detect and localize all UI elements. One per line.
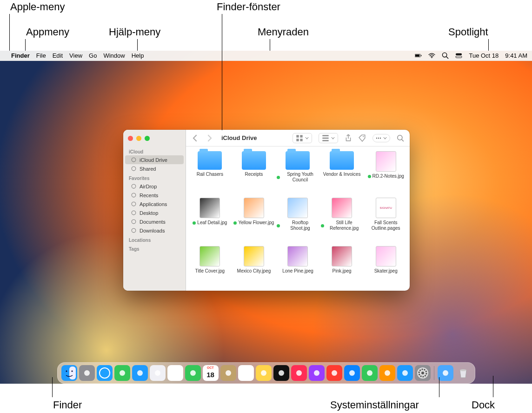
app-icon — [346, 366, 359, 380]
dock-app-mail[interactable] — [132, 365, 148, 381]
search-icon[interactable] — [397, 134, 404, 142]
file-item[interactable]: Leaf Detail.jpg — [189, 198, 231, 243]
app-icon — [169, 366, 182, 380]
svg-rect-18 — [296, 139, 299, 141]
dock-app-keynote[interactable] — [344, 365, 360, 381]
svg-point-54 — [279, 370, 284, 376]
tag-dot-icon — [277, 176, 280, 179]
file-item[interactable]: Mexico City.jpeg — [233, 246, 275, 286]
sidebar-item-label: Desktop — [140, 210, 158, 216]
file-item[interactable]: Rail Chasers — [189, 151, 231, 195]
menubar-date[interactable]: Tue Oct 18 — [469, 52, 499, 59]
dock-app-downloads[interactable] — [438, 365, 453, 381]
sidebar-item-recents[interactable]: Recents — [125, 191, 184, 200]
annot-finder-window: Finder-fönster — [216, 1, 281, 13]
svg-point-71 — [421, 372, 424, 374]
svg-point-8 — [132, 158, 136, 162]
file-item[interactable]: Spring Youth Council — [277, 151, 319, 195]
dock-app-reminders[interactable] — [238, 365, 254, 381]
menu-file[interactable]: File — [36, 52, 46, 59]
share-icon[interactable] — [345, 134, 352, 142]
dock-app-news[interactable] — [326, 365, 342, 381]
sidebar-item-airdrop[interactable]: AirDrop — [125, 182, 184, 191]
annot-spotlight: Spotlight — [447, 26, 489, 38]
svg-line-28 — [402, 139, 404, 141]
app-icon — [328, 366, 341, 380]
dock-app-podcasts[interactable] — [309, 365, 325, 381]
svg-point-23 — [363, 136, 364, 137]
svg-point-15 — [132, 228, 136, 233]
sidebar-item-shared[interactable]: Shared — [125, 164, 184, 173]
app-menu[interactable]: Finder — [11, 52, 30, 59]
window-minimize-button[interactable] — [136, 136, 141, 141]
sidebar-item-applications[interactable]: Applications — [125, 200, 184, 208]
sidebar-item-downloads[interactable]: Downloads — [125, 226, 184, 235]
dock-app-notes[interactable] — [256, 365, 272, 381]
app-icon — [399, 366, 412, 380]
svg-rect-19 — [300, 139, 302, 141]
svg-rect-2 — [421, 55, 422, 56]
dock-app-facetime[interactable] — [185, 365, 201, 381]
window-close-button[interactable] — [128, 136, 133, 141]
app-icon — [275, 366, 288, 380]
documents-icon — [131, 219, 137, 225]
control-center-icon[interactable] — [455, 52, 462, 59]
sidebar-heading: Favorites — [123, 173, 186, 182]
file-item[interactable]: Vendor & Invoices — [321, 151, 363, 195]
dock-app-system-settings[interactable] — [415, 365, 431, 381]
dock-app-pages[interactable] — [379, 365, 395, 381]
sidebar-item-icloud-drive[interactable]: iCloud Drive — [125, 155, 184, 164]
file-item[interactable]: Lone Pine.jpeg — [277, 246, 319, 286]
file-item[interactable]: Yellow Flower.jpg — [233, 198, 275, 243]
cloud-icon — [131, 157, 137, 163]
sidebar-item-documents[interactable]: Documents — [125, 217, 184, 226]
svg-point-62 — [349, 370, 355, 376]
dock-app-app-store[interactable] — [397, 365, 413, 381]
file-item[interactable]: Skater.jpeg — [365, 246, 407, 286]
annot-finder-dock: Finder — [52, 399, 83, 411]
app-icon — [116, 366, 129, 380]
dock-app-numbers[interactable] — [362, 365, 378, 381]
dock-app-messages[interactable] — [114, 365, 130, 381]
dock-app-photos[interactable] — [167, 365, 183, 381]
menu-window[interactable]: Window — [103, 52, 125, 59]
forward-button[interactable] — [206, 134, 213, 142]
svg-point-14 — [132, 220, 136, 224]
sidebar-item-label: Downloads — [140, 228, 165, 233]
menu-view[interactable]: View — [69, 52, 82, 59]
annot-menubar: Menyraden — [257, 26, 310, 38]
dock-app-finder[interactable] — [61, 365, 77, 381]
dock-app-trash[interactable] — [455, 365, 471, 381]
dock-app-contacts[interactable] — [220, 365, 236, 381]
menu-go[interactable]: Go — [89, 52, 97, 59]
file-item[interactable]: Receipts — [233, 151, 275, 195]
battery-icon[interactable] — [415, 52, 422, 59]
dock-app-music[interactable] — [291, 365, 307, 381]
dock-app-calendar[interactable]: OCT18 — [203, 365, 219, 381]
file-label: Spring Youth Council — [281, 172, 319, 183]
tag-icon[interactable] — [359, 134, 366, 142]
dock-app-tv[interactable] — [273, 365, 289, 381]
back-button[interactable] — [192, 134, 199, 142]
dock-app-safari[interactable] — [97, 365, 113, 381]
group-icon — [322, 134, 329, 142]
file-item[interactable]: Pink.jpeg — [321, 246, 363, 286]
wifi-icon[interactable] — [428, 52, 435, 59]
sidebar-item-desktop[interactable]: Desktop — [125, 208, 184, 217]
file-item[interactable]: Still Life Reference.jpg — [321, 198, 363, 243]
menu-edit[interactable]: Edit — [53, 52, 63, 59]
file-item[interactable]: RD.2-Notes.jpg — [365, 151, 407, 195]
svg-point-9 — [132, 167, 136, 171]
svg-rect-1 — [415, 54, 419, 56]
menubar-time[interactable]: 9:41 AM — [505, 52, 527, 59]
folder-icon — [198, 151, 222, 170]
finder-files-grid[interactable]: Rail ChasersReceiptsSpring Youth Council… — [186, 147, 410, 291]
dock-app-launchpad[interactable] — [79, 365, 95, 381]
file-item[interactable]: SIGNATUFall Scents Outline.pages — [365, 198, 407, 243]
menu-help[interactable]: Help — [132, 52, 144, 59]
file-item[interactable]: Title Cover.jpg — [189, 246, 231, 286]
file-item[interactable]: Rooftop Shoot.jpg — [277, 198, 319, 243]
spotlight-icon[interactable] — [442, 52, 449, 59]
dock-app-maps[interactable] — [150, 365, 166, 381]
window-zoom-button[interactable] — [145, 136, 150, 141]
